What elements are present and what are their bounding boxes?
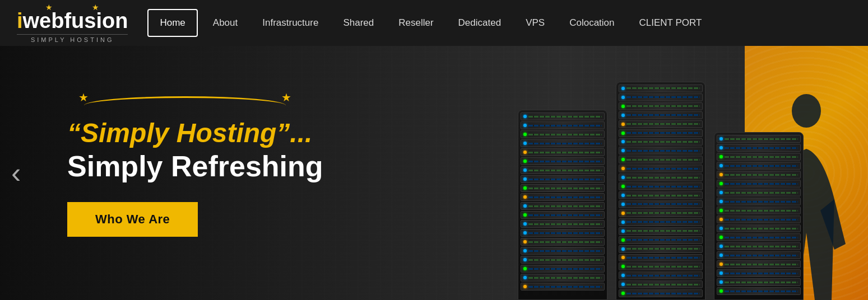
rack-unit	[619, 102, 703, 110]
rack-unit	[619, 236, 703, 244]
rack-unit	[717, 260, 801, 268]
rack-unit	[619, 227, 703, 235]
hero-quote: “Simply Hosting”...	[67, 119, 323, 148]
rack-unit	[521, 148, 605, 156]
logo-i: i	[17, 9, 23, 33]
rack-unit	[521, 238, 605, 246]
rack-unit	[521, 193, 605, 201]
rack-unit	[717, 180, 801, 187]
rack-unit	[717, 287, 801, 295]
rack-unit	[619, 289, 703, 297]
rack-unit	[619, 209, 703, 217]
rack-unit	[619, 280, 703, 288]
rack-unit	[717, 207, 801, 214]
rack-unit	[521, 256, 605, 264]
rack-unit	[521, 121, 605, 129]
who-we-are-button[interactable]: Who We Are	[67, 202, 198, 237]
rack-unit	[619, 147, 703, 154]
rack-unit	[619, 156, 703, 163]
server-rack-center	[616, 82, 705, 300]
rack-unit	[717, 278, 801, 286]
rack-unit	[717, 242, 801, 250]
server-rack-left	[518, 110, 607, 300]
rack-unit	[521, 211, 605, 219]
rack-unit	[521, 157, 605, 165]
server-rack-container	[498, 57, 823, 300]
prev-slide-button[interactable]: ‹	[11, 158, 21, 187]
rack-unit	[619, 138, 703, 146]
rack-unit	[619, 111, 703, 119]
rack-unit	[619, 271, 703, 279]
rack-unit	[717, 135, 801, 143]
rack-unit	[521, 184, 605, 192]
nav-item-colocation[interactable]: Colocation	[557, 0, 626, 46]
rack-unit	[521, 229, 605, 237]
rack-unit	[717, 144, 801, 152]
hero-content: ★ ★ “Simply Hosting”... Simply Refreshin…	[67, 91, 323, 237]
rack-unit	[619, 245, 703, 253]
nav-item-shared[interactable]: Shared	[331, 0, 386, 46]
rack-unit	[619, 262, 703, 270]
hero-star-left: ★	[78, 91, 89, 104]
rack-unit	[521, 175, 605, 183]
nav-items: Home About Infrastructure Shared Reselle…	[145, 0, 868, 46]
nav-item-reseller[interactable]: Reseller	[386, 0, 445, 46]
nav-item-client-port[interactable]: CLIENT PORT	[627, 0, 714, 46]
logo-wrapper: ★ ★ i web fusion SIMPLY HOSTING	[17, 3, 128, 43]
rack-unit	[521, 274, 605, 282]
rack-unit	[619, 129, 703, 137]
navbar: ★ ★ i web fusion SIMPLY HOSTING Home Abo…	[0, 0, 868, 46]
hero-arc-decoration: ★ ★	[67, 91, 303, 113]
hero-section: ★ ★ “Simply Hosting”... Simply Refreshin…	[0, 46, 868, 300]
logo-tagline: SIMPLY HOSTING	[17, 34, 128, 43]
hero-subtitle: Simply Refreshing	[67, 151, 323, 182]
logo-fusion: fusion	[64, 9, 128, 33]
rack-unit	[717, 251, 801, 259]
rack-unit	[717, 269, 801, 277]
rack-unit	[717, 153, 801, 161]
logo-web: web	[23, 9, 64, 33]
rack-unit	[619, 191, 703, 199]
nav-item-infrastructure[interactable]: Infrastructure	[250, 0, 331, 46]
rack-unit	[619, 182, 703, 190]
rack-unit	[717, 198, 801, 205]
server-rack-right	[714, 132, 804, 300]
hero-star-right: ★	[281, 91, 291, 104]
rack-unit	[717, 233, 801, 241]
rack-unit	[619, 254, 703, 262]
rack-unit	[717, 171, 801, 179]
rack-unit	[521, 130, 605, 138]
rack-unit	[521, 247, 605, 255]
rack-unit	[619, 120, 703, 128]
rack-unit	[521, 112, 605, 120]
rack-unit	[521, 166, 605, 174]
rack-unit	[619, 218, 703, 226]
logo-area: ★ ★ i web fusion SIMPLY HOSTING	[0, 3, 145, 43]
rack-unit	[619, 165, 703, 172]
rack-unit	[619, 200, 703, 208]
rack-unit	[521, 265, 605, 273]
nav-item-home[interactable]: Home	[147, 9, 197, 36]
rack-unit	[717, 224, 801, 232]
logo-main-row: i web fusion	[17, 9, 128, 33]
nav-item-vps[interactable]: VPS	[513, 0, 557, 46]
rack-unit	[717, 162, 801, 170]
nav-item-about[interactable]: About	[201, 0, 250, 46]
rack-unit	[619, 174, 703, 181]
rack-unit	[521, 283, 605, 290]
rack-unit	[619, 93, 703, 101]
nav-item-dedicated[interactable]: Dedicated	[446, 0, 514, 46]
rack-unit	[521, 139, 605, 147]
rack-unit	[717, 189, 801, 196]
rack-unit	[619, 85, 703, 92]
rack-unit	[717, 215, 801, 223]
rack-unit	[521, 202, 605, 210]
rack-unit	[521, 220, 605, 228]
